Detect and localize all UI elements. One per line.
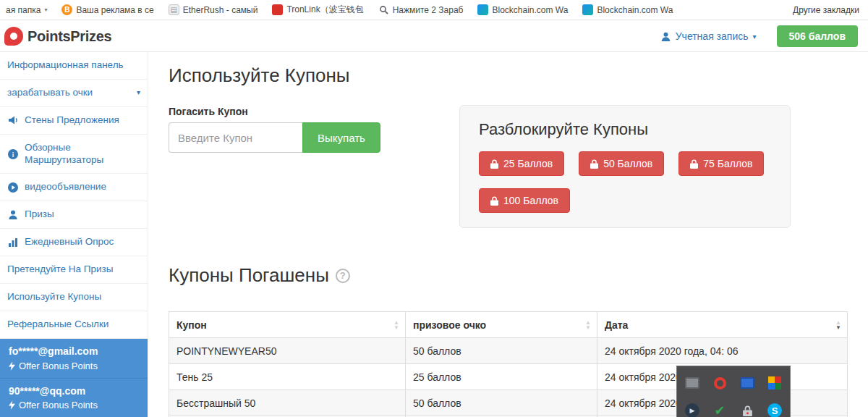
- unlock-button-label: 75 Баллов: [703, 158, 752, 169]
- opera-icon[interactable]: [712, 375, 728, 391]
- sort-icon-active: ▲ ▼: [835, 319, 841, 329]
- chevron-down-icon: ▾: [44, 7, 47, 13]
- unlock-75-button[interactable]: 75 Баллов: [678, 151, 764, 176]
- sidebar-item-offer-walls[interactable]: Стены Предложения: [0, 107, 148, 135]
- monitor-icon[interactable]: [684, 375, 700, 391]
- cell-date: 24 октября 2020 года, 04: 06: [597, 338, 847, 363]
- bookmark-label: Нажмите 2 Зараб: [393, 5, 464, 15]
- poll-icon: [7, 237, 19, 248]
- unlock-button-label: 25 Баллов: [503, 158, 553, 169]
- sidebar-item-prizes[interactable]: Призы: [0, 201, 148, 229]
- sidebar-item-label: Реферальные Ссылки: [7, 319, 140, 331]
- cell-coupon: Бесстрашный 50: [169, 390, 406, 416]
- bookmark-folder-label: ая папка: [6, 5, 41, 15]
- bookmark-label: TronLink（波宝钱包: [286, 4, 363, 16]
- brand-logo[interactable]: PointsPrizes: [4, 27, 111, 46]
- tronlink-icon: [272, 4, 283, 15]
- sidebar-item-video-ads[interactable]: видеообъявление: [0, 174, 148, 201]
- sidebar-item-daily-poll[interactable]: Ежедневный Опрос: [0, 229, 148, 256]
- btc-icon: B: [61, 4, 72, 15]
- bookmark-label: Ваша реклама в се: [76, 5, 153, 15]
- bookmark-label: EtherRush - самый: [183, 5, 258, 15]
- bookmark-item[interactable]: B Ваша реклама в се: [61, 4, 153, 15]
- sidebar-item-label: Используйте Купоны: [7, 291, 140, 303]
- user-email: 90*****@qq.com: [9, 384, 139, 398]
- video-icon: [7, 182, 19, 193]
- pinwheel-icon[interactable]: [767, 375, 783, 391]
- skype-icon[interactable]: S: [767, 403, 783, 417]
- check-icon[interactable]: ✔: [712, 403, 728, 417]
- sidebar-item-survey-routers[interactable]: i Обзорные Маршрутизаторы: [0, 135, 148, 174]
- table-row: POINTYNEWYEAR50 50 баллов 24 октября 202…: [169, 338, 847, 364]
- brand-name: PointsPrizes: [27, 28, 111, 45]
- unlock-50-button[interactable]: 50 Баллов: [579, 151, 664, 176]
- sidebar-item-label: видеообъявление: [25, 181, 140, 193]
- redeem-label: Погасить Купон: [169, 106, 248, 117]
- column-header-points[interactable]: призовое очко ▲ ▼: [406, 312, 597, 337]
- main-content: Используйте Купоны Погасить Купон Выкупа…: [148, 52, 868, 417]
- column-header-date[interactable]: Дата ▲ ▼: [597, 312, 847, 337]
- logo-icon: [4, 27, 23, 46]
- bookmark-item[interactable]: TronLink（波宝钱包: [272, 4, 363, 16]
- megaphone-icon: [7, 114, 19, 126]
- lock-icon: [590, 159, 598, 169]
- chevron-down-icon: ▾: [753, 33, 757, 41]
- unlock-100-button[interactable]: 100 Баллов: [479, 188, 570, 213]
- page-title: Используйте Купоны: [169, 64, 350, 87]
- blockchain-icon: [477, 4, 488, 15]
- bookmark-label: Blockchain.com Wa: [492, 5, 568, 15]
- unlock-button-label: 50 Баллов: [603, 158, 652, 169]
- cell-points: 25 баллов: [406, 364, 597, 389]
- user-offer-label: Offer Bonus Points: [19, 361, 98, 371]
- unlock-25-button[interactable]: 25 Баллов: [479, 151, 564, 176]
- account-menu[interactable]: Учетная запись ▾: [660, 30, 757, 42]
- history-title-label: Купоны Погашены: [169, 264, 329, 287]
- bookmark-item[interactable]: Blockchain.com Wa: [582, 4, 673, 15]
- help-icon[interactable]: ?: [336, 269, 350, 283]
- tv-icon[interactable]: [739, 375, 755, 391]
- sidebar-item-referral-links[interactable]: Реферальные Ссылки: [0, 311, 148, 339]
- system-tray-popup: ▶ ✔ S: [676, 366, 791, 417]
- svg-text:i: i: [12, 151, 14, 158]
- bookmark-item[interactable]: Нажмите 2 Зараб: [378, 4, 464, 15]
- redeem-group: Выкупать: [169, 122, 380, 153]
- sidebar-item-dashboard[interactable]: Информационная панель: [0, 52, 148, 80]
- unlock-title: Разблокируйте Купоны: [479, 120, 771, 139]
- sidebar-item-label: Обзорные Маршрутизаторы: [25, 142, 140, 167]
- bolt-icon: [9, 361, 15, 371]
- sidebar-item-label: Стены Предложения: [25, 114, 140, 127]
- column-header-coupon[interactable]: Купон ▲ ▼: [169, 312, 406, 337]
- user-offer-label: Offer Bonus Points: [19, 400, 98, 410]
- points-badge[interactable]: 506 баллов: [777, 25, 858, 47]
- site-header: PointsPrizes Учетная запись ▾ 506 баллов: [0, 21, 868, 52]
- user-block-gmail[interactable]: fo*****@gmail.com Offer Bonus Points: [0, 339, 148, 379]
- redeem-button[interactable]: Выкупать: [302, 122, 380, 153]
- cell-coupon: Тень 25: [169, 364, 406, 389]
- sidebar-item-use-coupons[interactable]: Используйте Купоны: [0, 284, 148, 311]
- bookmarks-bar: ая папка ▾ B Ваша реклама в се ▤ EtherRu…: [0, 0, 868, 20]
- lock-icon: [490, 196, 498, 206]
- other-bookmarks-label: Другие закладки: [793, 5, 859, 15]
- sidebar-item-claim-prizes[interactable]: Претендуйте На Призы: [0, 256, 148, 284]
- other-bookmarks[interactable]: Другие закладки: [793, 5, 859, 15]
- bookmark-item[interactable]: ▤ EtherRush - самый: [169, 4, 258, 15]
- prizes-icon: [7, 209, 19, 221]
- routers-icon: i: [7, 148, 19, 160]
- lock-icon[interactable]: [739, 403, 755, 417]
- sidebar: Информационная панель зарабатывать очки …: [0, 52, 148, 417]
- sidebar-item-label: Претендуйте На Призы: [7, 264, 140, 276]
- player-icon[interactable]: ▶: [684, 403, 700, 417]
- user-block-qq[interactable]: 90*****@qq.com Offer Bonus Points: [0, 379, 148, 417]
- coupon-input[interactable]: [169, 122, 302, 153]
- bookmark-folder[interactable]: ая папка ▾: [6, 5, 47, 15]
- user-icon: [660, 31, 671, 42]
- user-email: fo*****@gmail.com: [9, 345, 139, 358]
- sidebar-item-label: Информационная панель: [7, 59, 140, 72]
- bookmark-label: Blockchain.com Wa: [597, 5, 673, 15]
- sort-icon: ▲ ▼: [393, 319, 399, 329]
- sidebar-item-earn-points[interactable]: зарабатывать очки ▾: [0, 80, 148, 107]
- sidebar-item-label: зарабатывать очки: [7, 87, 131, 99]
- bookmark-item[interactable]: Blockchain.com Wa: [477, 4, 568, 15]
- bolt-icon: [9, 400, 15, 410]
- unlock-button-label: 100 Баллов: [503, 195, 558, 206]
